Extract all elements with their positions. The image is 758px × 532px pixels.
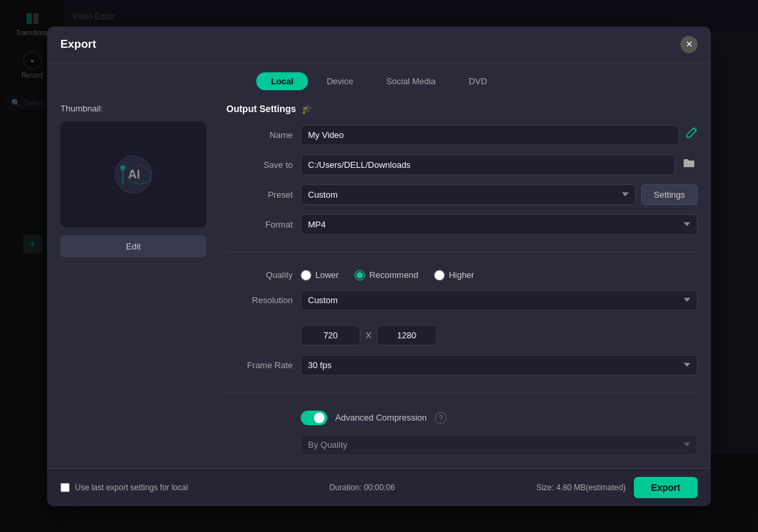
thumbnail-box: AI — [60, 121, 206, 228]
modal-overlay: Export ✕ Local Device Social Media DVD T… — [0, 0, 758, 532]
advanced-compression-control: Advanced Compression ? — [301, 411, 698, 425]
quality-label: Quality — [226, 270, 293, 280]
format-label: Format — [226, 220, 293, 230]
export-button[interactable]: Export — [634, 477, 698, 498]
preset-select[interactable]: Custom — [301, 184, 636, 205]
settings-hat-icon: 🎓 — [301, 103, 313, 114]
name-input[interactable] — [301, 125, 679, 145]
size-label: Size: 4.80 MB(estimated) — [536, 483, 626, 492]
export-modal: Export ✕ Local Device Social Media DVD T… — [47, 27, 711, 506]
compression-mode-control: By Quality — [301, 434, 698, 455]
folder-browse-button[interactable] — [680, 155, 698, 174]
divider-1 — [226, 252, 698, 253]
name-row: Name — [226, 125, 698, 145]
folder-icon — [683, 158, 695, 168]
ai-pencil-icon — [684, 127, 698, 140]
frame-rate-select[interactable]: 30 fps — [301, 355, 698, 375]
save-to-control — [301, 155, 698, 175]
quality-row: Quality Lower Recommend — [226, 270, 698, 281]
modal-body: Thumbnail: AI Edit — [47, 97, 711, 468]
close-icon: ✕ — [686, 39, 693, 49]
tab-dvd[interactable]: DVD — [454, 72, 501, 90]
toggle-row: Advanced Compression ? — [301, 411, 447, 425]
last-settings-label: Use last export settings for local — [75, 483, 188, 492]
quality-recommend-label: Recommend — [369, 270, 418, 280]
toggle-thumb — [314, 413, 325, 423]
tab-local[interactable]: Local — [256, 72, 308, 90]
settings-grid: Name — [226, 125, 698, 455]
resolution-height-input[interactable] — [377, 325, 437, 346]
ai-name-edit-button[interactable] — [684, 127, 698, 143]
format-select[interactable]: MP4 — [301, 214, 698, 235]
edit-button[interactable]: Edit — [60, 235, 206, 257]
tab-social-media[interactable]: Social Media — [372, 72, 450, 90]
quality-higher-radio[interactable] — [434, 270, 445, 281]
compression-mode-row: By Quality — [226, 434, 698, 455]
quality-options: Lower Recommend Higher — [301, 270, 474, 281]
resolution-x-label: X — [366, 330, 372, 340]
quality-higher-option[interactable]: Higher — [434, 270, 474, 281]
help-question-mark: ? — [439, 414, 443, 422]
resolution-dimensions: X — [301, 325, 698, 346]
preset-control: Custom Settings — [301, 184, 698, 205]
duration-label: Duration: 00:00:06 — [329, 483, 395, 492]
last-settings-checkbox[interactable] — [60, 483, 70, 492]
name-control — [301, 125, 698, 145]
thumbnail-label: Thumbnail: — [60, 103, 213, 113]
save-to-label: Save to — [226, 160, 293, 170]
quality-control: Lower Recommend Higher — [301, 270, 698, 281]
settings-button[interactable]: Settings — [641, 184, 698, 205]
modal-header: Export ✕ — [47, 27, 711, 63]
name-label: Name — [226, 130, 293, 140]
output-settings-header: Output Settings 🎓 — [226, 103, 698, 114]
left-panel: Thumbnail: AI Edit — [60, 103, 213, 455]
modal-title: Export — [60, 38, 96, 51]
modal-tabs: Local Device Social Media DVD — [47, 63, 711, 97]
resolution-row: Resolution Custom — [226, 290, 698, 310]
quality-lower-label: Lower — [315, 270, 339, 280]
svg-point-7 — [694, 127, 697, 130]
resolution-control: Custom — [301, 290, 698, 310]
right-panel: Output Settings 🎓 Name — [226, 103, 698, 455]
quality-recommend-option[interactable]: Recommend — [354, 270, 418, 281]
quality-lower-radio[interactable] — [301, 270, 311, 281]
quality-higher-label: Higher — [449, 270, 474, 280]
format-row: Format MP4 — [226, 214, 698, 235]
advanced-compression-label: Advanced Compression — [335, 413, 427, 423]
footer-right: Size: 4.80 MB(estimated) Export — [536, 477, 698, 498]
help-icon[interactable]: ? — [435, 412, 447, 424]
frame-rate-control: 30 fps — [301, 355, 698, 375]
frame-rate-row: Frame Rate 30 fps — [226, 355, 698, 375]
footer-duration: Duration: 00:00:06 — [329, 483, 395, 492]
save-to-row: Save to — [226, 155, 698, 175]
save-to-input[interactable] — [301, 155, 675, 175]
format-control: MP4 — [301, 214, 698, 235]
quality-lower-option[interactable]: Lower — [301, 270, 339, 281]
frame-rate-label: Frame Rate — [226, 360, 293, 370]
resolution-label: Resolution — [226, 295, 293, 305]
preset-row: Preset Custom Settings — [226, 184, 698, 205]
thumbnail-ai-graphic: AI — [114, 155, 153, 194]
advanced-compression-toggle[interactable] — [301, 411, 327, 425]
resolution-width-input[interactable] — [301, 325, 360, 346]
quality-recommend-radio[interactable] — [354, 270, 365, 281]
advanced-compression-row: Advanced Compression ? — [226, 411, 698, 425]
tab-device[interactable]: Device — [312, 72, 368, 90]
toggle-track — [301, 411, 327, 425]
resolution-select[interactable]: Custom — [301, 290, 698, 310]
compression-mode-select[interactable]: By Quality — [301, 434, 698, 455]
modal-footer: Use last export settings for local Durat… — [47, 468, 711, 506]
close-button[interactable]: ✕ — [680, 36, 698, 53]
preset-label: Preset — [226, 190, 293, 200]
divider-2 — [226, 393, 698, 393]
output-settings-label: Output Settings — [226, 103, 296, 114]
footer-left: Use last export settings for local — [60, 483, 188, 492]
app-background: Transitions ● Record 🔍 Search m + Video … — [0, 0, 758, 532]
svg-point-4 — [120, 165, 125, 170]
